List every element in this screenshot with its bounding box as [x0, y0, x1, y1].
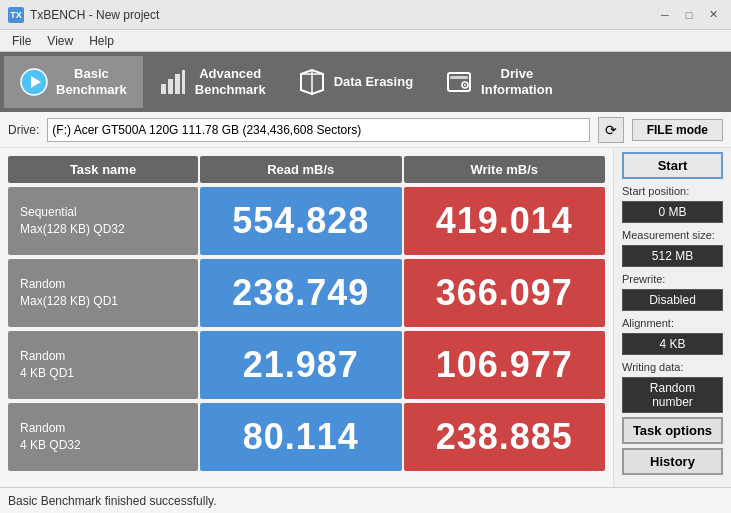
- basic-benchmark-label: Basic Benchmark: [56, 66, 127, 97]
- close-button[interactable]: ✕: [703, 6, 723, 24]
- app-icon: TX: [8, 7, 24, 23]
- writing-data-value: Random number: [622, 377, 723, 413]
- start-button[interactable]: Start: [622, 152, 723, 179]
- read-value-4: 80.114: [200, 403, 402, 471]
- svg-rect-4: [175, 74, 180, 94]
- drive-information-label: DriveInformation: [481, 66, 553, 97]
- write-value-4: 238.885: [404, 403, 606, 471]
- task-name-2: Random Max(128 KB) QD1: [8, 259, 198, 327]
- menu-help[interactable]: Help: [81, 32, 122, 50]
- toolbar-drive-information[interactable]: DriveInformation: [429, 56, 569, 108]
- data-erasing-icon: [298, 68, 326, 96]
- task-options-button[interactable]: Task options: [622, 417, 723, 444]
- toolbar: Basic Benchmark AdvancedBenchmark Data E…: [0, 52, 731, 112]
- data-erasing-label: Data Erasing: [334, 74, 413, 90]
- benchmark-area: Task name Read mB/s Write mB/s Sequentia…: [0, 148, 613, 487]
- main-content: Task name Read mB/s Write mB/s Sequentia…: [0, 148, 731, 487]
- start-position-label: Start position:: [622, 185, 723, 197]
- svg-rect-10: [450, 76, 468, 79]
- toolbar-basic-benchmark[interactable]: Basic Benchmark: [4, 56, 143, 108]
- advanced-benchmark-icon: [159, 68, 187, 96]
- drive-select[interactable]: (F:) Acer GT500A 120G 111.78 GB (234,436…: [47, 118, 589, 142]
- read-value-3: 21.987: [200, 331, 402, 399]
- read-value-2: 238.749: [200, 259, 402, 327]
- drive-bar: Drive: (F:) Acer GT500A 120G 111.78 GB (…: [0, 112, 731, 148]
- write-value-2: 366.097: [404, 259, 606, 327]
- bench-row-4: Random 4 KB QD32 80.114 238.885: [8, 403, 605, 471]
- alignment-label: Alignment:: [622, 317, 723, 329]
- drive-refresh-button[interactable]: ⟳: [598, 117, 624, 143]
- prewrite-label: Prewrite:: [622, 273, 723, 285]
- toolbar-data-erasing[interactable]: Data Erasing: [282, 56, 429, 108]
- write-value-3: 106.977: [404, 331, 606, 399]
- drive-information-icon: [445, 68, 473, 96]
- right-panel: Start Start position: 0 MB Measurement s…: [613, 148, 731, 487]
- measurement-size-value: 512 MB: [622, 245, 723, 267]
- task-name-4: Random 4 KB QD32: [8, 403, 198, 471]
- svg-point-12: [464, 84, 466, 86]
- maximize-button[interactable]: □: [679, 6, 699, 24]
- status-text: Basic Benchmark finished successfully.: [8, 494, 217, 508]
- prewrite-value: Disabled: [622, 289, 723, 311]
- bench-header: Task name Read mB/s Write mB/s: [8, 156, 605, 183]
- drive-label: Drive:: [8, 123, 39, 137]
- writing-data-label: Writing data:: [622, 361, 723, 373]
- title-bar: TX TxBENCH - New project ─ □ ✕: [0, 0, 731, 30]
- col-header-taskname: Task name: [8, 156, 198, 183]
- bench-row-1: Sequential Max(128 KB) QD32 554.828 419.…: [8, 187, 605, 255]
- col-header-read: Read mB/s: [200, 156, 402, 183]
- title-bar-left: TX TxBENCH - New project: [8, 7, 159, 23]
- menu-view[interactable]: View: [39, 32, 81, 50]
- advanced-benchmark-label: AdvancedBenchmark: [195, 66, 266, 97]
- start-position-value: 0 MB: [622, 201, 723, 223]
- col-header-write: Write mB/s: [404, 156, 606, 183]
- app-title: TxBENCH - New project: [30, 8, 159, 22]
- svg-rect-3: [168, 79, 173, 94]
- status-bar: Basic Benchmark finished successfully.: [0, 487, 731, 513]
- task-name-1: Sequential Max(128 KB) QD32: [8, 187, 198, 255]
- menu-bar: File View Help: [0, 30, 731, 52]
- file-mode-button[interactable]: FILE mode: [632, 119, 723, 141]
- history-button[interactable]: History: [622, 448, 723, 475]
- svg-rect-5: [182, 70, 185, 94]
- title-bar-controls: ─ □ ✕: [655, 6, 723, 24]
- toolbar-advanced-benchmark[interactable]: AdvancedBenchmark: [143, 56, 282, 108]
- alignment-value: 4 KB: [622, 333, 723, 355]
- write-value-1: 419.014: [404, 187, 606, 255]
- svg-rect-2: [161, 84, 166, 94]
- read-value-1: 554.828: [200, 187, 402, 255]
- basic-benchmark-icon: [20, 68, 48, 96]
- task-name-3: Random 4 KB QD1: [8, 331, 198, 399]
- bench-row-3: Random 4 KB QD1 21.987 106.977: [8, 331, 605, 399]
- minimize-button[interactable]: ─: [655, 6, 675, 24]
- menu-file[interactable]: File: [4, 32, 39, 50]
- bench-row-2: Random Max(128 KB) QD1 238.749 366.097: [8, 259, 605, 327]
- measurement-size-label: Measurement size:: [622, 229, 723, 241]
